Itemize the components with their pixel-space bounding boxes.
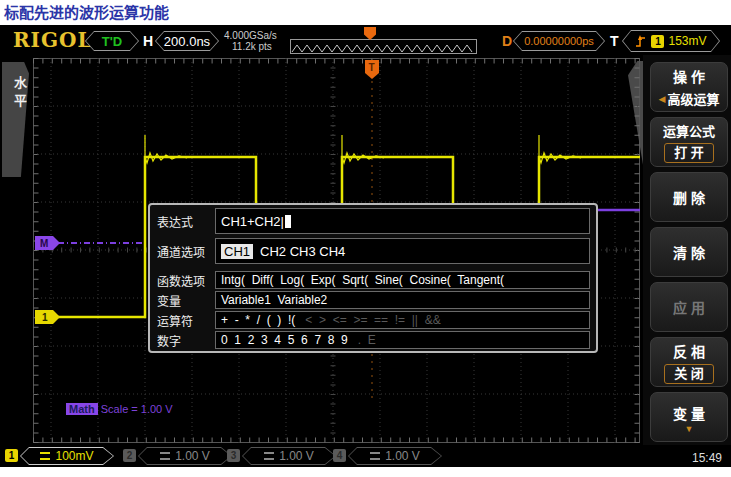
channel-options-field[interactable]: CH1CH2 CH3 CH4 [215,238,590,264]
ch1-scale-capsule[interactable]: 100mV [20,447,114,465]
ch4-scale: 1.00 V [385,449,420,463]
expression-label: 表达式 [157,213,215,230]
operator-label: 运算符 [157,312,215,329]
function-options-label: 函数选项 [157,272,215,289]
function-options-field[interactable]: Intg( Diff( Log( Exp( Sqrt( Sine( Cosine… [215,271,590,289]
status-bar: 1 100mV 2 1.00 V 3 1.00 V 4 1.00 V 15:49 [0,445,731,467]
operation-button[interactable]: 操 作 ◀高级运算 [650,62,728,112]
ch1-badge[interactable]: 1 [5,449,18,462]
numbers-enabled[interactable]: 0 1 2 3 4 5 6 7 8 9 [221,333,348,347]
variable-label: 变量 [157,292,215,309]
formula-button[interactable]: 运算公式 打 开 [650,117,728,167]
variable-button[interactable]: 变 量 ▼ [650,392,728,442]
ch1-level-marker[interactable]: 1 [35,310,60,324]
ch2-scale-capsule[interactable]: 1.00 V [138,447,232,465]
text-cursor [285,215,291,228]
operators-disabled: < > <= >= == != || && [305,313,440,327]
sample-rate: 4.000GSa/s [224,30,277,41]
tab-horizontal: 水平 [2,62,29,177]
ch4-scale-capsule[interactable]: 1.00 V [348,447,442,465]
down-arrow-icon: ▼ [685,426,694,432]
expression-input[interactable]: CH1+CH2| [215,208,590,234]
delete-button[interactable]: 删 除 [650,172,728,222]
rigol-logo: RIGOL [13,28,93,52]
operation-button-value: 高级运算 [667,89,719,108]
formula-button-value: 打 开 [664,143,714,163]
ch2-badge[interactable]: 2 [123,449,136,462]
delete-button-label: 删 除 [673,187,705,207]
math-expression-dialog: 表达式 CH1+CH2| 通道选项 CH1CH2 CH3 CH4 函数选项 In… [148,203,598,353]
svg-text:1: 1 [42,312,48,323]
trigger-slope-icon [635,34,647,48]
delay-value: 0.00000000ps [524,35,594,47]
delay-capsule: 0.00000000ps [513,31,605,51]
left-arrow-icon: ◀ [659,94,666,104]
channel-option-selected[interactable]: CH1 [221,244,253,259]
operation-button-label: 操 作 [673,66,705,86]
math-channel-marker[interactable]: M [35,236,60,250]
oscilloscope-screen: RIGOL T'D H 200.0ns 4.000GSa/s 11.2k pts… [0,25,731,467]
ch1-waveform-ringing [145,135,581,163]
variable-button-label: 变 量 [673,403,705,423]
trigger-source-badge: 1 [651,35,664,48]
trigger-level-flag[interactable]: T [365,60,379,79]
invert-button-value: 关 闭 [664,364,714,384]
trigger-status-capsule: T'D [85,31,139,51]
apply-button[interactable]: 应 用 [650,282,728,332]
operators-enabled[interactable]: + - * / ( ) !( [221,313,295,327]
ch3-badge[interactable]: 3 [227,449,240,462]
number-options-field[interactable]: 0 1 2 3 4 5 6 7 8 9. E [215,331,590,349]
numbers-disabled: . E [358,333,376,347]
clock: 15:49 [692,451,722,465]
expression-value: CH1+CH2| [221,214,284,229]
formula-button-label: 运算公式 [663,121,715,140]
trigger-level: 153mV [668,34,706,48]
trigger-capsule: 1 153mV [622,30,720,52]
variable-options-field[interactable]: Variable1 Variable2 [215,291,590,309]
horizontal-label: H [143,33,153,49]
ch4-badge[interactable]: 4 [333,449,346,462]
invert-button[interactable]: 反 相 关 闭 [650,337,728,387]
page-title: 标配先进的波形运算功能 [4,1,169,22]
acquisition-info: 4.000GSa/s 11.2k pts [224,30,277,52]
channel-options-others[interactable]: CH2 CH3 CH4 [260,244,345,259]
trigger-label: T [610,33,619,49]
memory-waveform-strip [290,39,477,54]
channel-options-label: 通道选项 [157,243,215,260]
ch3-scale: 1.00 V [279,449,314,463]
ch1-scale: 100mV [55,449,93,463]
operator-options-field[interactable]: + - * / ( ) !(< > <= >= == != || && [215,311,590,329]
svg-text:M: M [40,238,48,249]
function-options[interactable]: Intg( Diff( Log( Exp( Sqrt( Sine( Cosine… [221,273,504,287]
math-scale-text: Scale = 1.00 V [101,403,173,415]
ch3-scale-capsule[interactable]: 1.00 V [242,447,336,465]
clear-button[interactable]: 清 除 [650,227,728,277]
delay-label: D [502,33,512,49]
svg-text:T: T [369,62,375,73]
ch2-scale: 1.00 V [175,449,210,463]
math-scale-readout: Math Scale = 1.00 V [66,403,173,415]
memory-waveform-zigzag [291,41,476,54]
dc-coupling-icon [160,452,170,460]
clear-button-label: 清 除 [673,242,705,262]
math-scale-badge: Math [66,403,98,415]
timebase-value: 200.0ns [164,34,210,49]
dc-coupling-icon [370,452,380,460]
memory-depth: 11.2k pts [224,41,277,52]
number-label: 数字 [157,332,215,349]
apply-button-label: 应 用 [673,297,705,317]
dc-coupling-icon [264,452,274,460]
invert-button-label: 反 相 [673,341,705,361]
dc-coupling-icon [40,452,50,460]
trigger-status: T'D [102,34,122,49]
timebase-capsule[interactable]: 200.0ns [155,31,219,51]
variable-options[interactable]: Variable1 Variable2 [221,293,327,307]
